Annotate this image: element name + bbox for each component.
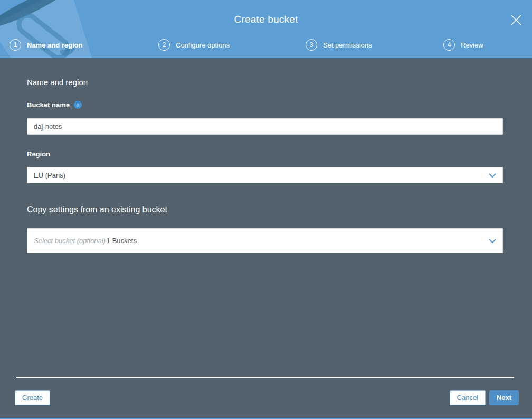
step-number-badge: 3	[306, 39, 317, 51]
close-icon[interactable]	[510, 14, 522, 26]
step-label: Configure options	[176, 41, 230, 49]
region-selected-value: EU (Paris)	[34, 171, 65, 179]
bucket-name-input[interactable]	[27, 118, 503, 135]
section-title-name-and-region: Name and region	[27, 78, 88, 87]
region-select[interactable]: EU (Paris)	[27, 167, 503, 183]
section-title-copy-settings: Copy settings from an existing bucket	[27, 205, 167, 215]
info-icon[interactable]: i	[74, 101, 82, 109]
step-number-badge: 4	[443, 39, 455, 51]
chevron-down-icon	[489, 237, 496, 245]
step-name-and-region[interactable]: 1 Name and region	[10, 39, 82, 51]
footer-divider	[16, 377, 514, 378]
page-title: Create bucket	[0, 14, 532, 25]
create-bucket-dialog: Create bucket 1 Name and region 2 Config…	[0, 0, 532, 419]
step-number-badge: 2	[158, 39, 170, 51]
step-label: Name and region	[27, 41, 82, 49]
copy-settings-bucket-select[interactable]: Select bucket (optional) 1 Buckets	[27, 228, 503, 253]
step-configure-options[interactable]: 2 Configure options	[158, 39, 230, 51]
step-review[interactable]: 4 Review	[443, 39, 483, 51]
step-number-badge: 1	[10, 39, 21, 51]
bucket-select-placeholder: Select bucket (optional)	[34, 237, 106, 245]
wizard-steps: 1 Name and region 2 Configure options 3 …	[0, 35, 532, 58]
step-set-permissions[interactable]: 3 Set permissions	[306, 39, 372, 51]
bucket-name-label: Bucket name i	[27, 101, 82, 109]
cancel-button[interactable]: Cancel	[450, 390, 486, 405]
step-label: Set permissions	[323, 41, 372, 49]
next-button[interactable]: Next	[489, 390, 519, 405]
bucket-count-text: 1 Buckets	[107, 237, 137, 245]
create-button[interactable]: Create	[15, 390, 50, 405]
bucket-name-label-text: Bucket name	[27, 101, 70, 109]
dialog-header: Create bucket 1 Name and region 2 Config…	[0, 0, 532, 58]
step-label: Review	[461, 41, 483, 49]
region-label: Region	[27, 150, 50, 158]
chevron-down-icon	[489, 171, 496, 179]
